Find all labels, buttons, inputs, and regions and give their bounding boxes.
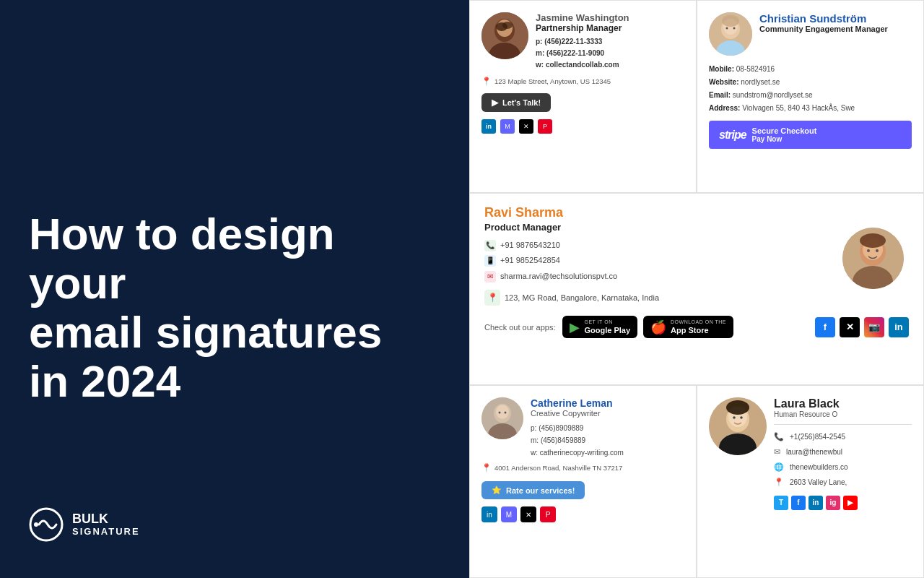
svg-point-14	[733, 27, 736, 30]
apple-icon: 🍎	[650, 319, 666, 335]
card-jasmine: Jasmine Washington Partnership Manager p…	[469, 0, 697, 193]
christian-name: Christian Sundström	[759, 12, 888, 25]
jasmine-socials: in M ✕ P	[481, 119, 684, 134]
svg-point-7	[502, 22, 513, 29]
x-icon[interactable]: ✕	[520, 506, 536, 522]
card-ravi: Ravi Sharma Product Manager 📞 +91 987654…	[469, 193, 924, 386]
left-panel: How to design your email signatures in 2…	[0, 0, 469, 578]
avatar-ravi	[842, 228, 904, 289]
youtube-icon[interactable]: ▶	[843, 496, 858, 510]
linkedin-icon[interactable]: in	[889, 317, 909, 337]
svg-point-27	[505, 412, 507, 414]
avatar-jasmine	[481, 12, 528, 59]
bulk-signature-icon	[29, 507, 64, 542]
ravi-social: f ✕ 📷 in	[815, 317, 909, 337]
catherine-name: Catherine Leman	[531, 397, 624, 409]
mobile-icon: 📱	[484, 255, 496, 267]
ravi-name: Ravi Sharma	[484, 205, 825, 220]
ravi-contact: 📞 +91 9876543210 📱 +91 9852542854 ✉ shar…	[484, 238, 825, 284]
svg-point-25	[496, 405, 509, 419]
linkedin-icon[interactable]: in	[481, 506, 497, 522]
logo-area: BULK SIGNATURE	[29, 507, 440, 542]
laura-socials: T f in ig ▶	[774, 496, 912, 510]
page-title: How to design your email signatures in 2…	[29, 210, 440, 407]
svg-point-21	[876, 249, 879, 252]
hero-text: How to design your email signatures in 2…	[29, 123, 440, 407]
email-icon: ✉	[484, 271, 496, 282]
card-laura: Laura Black Human Resource O 📞 +1(256)85…	[697, 385, 924, 578]
svg-point-1	[34, 522, 38, 527]
avatar-christian	[709, 12, 752, 56]
catherine-rate-button[interactable]: ⭐ Rate our services!	[481, 481, 585, 499]
mastodon-icon[interactable]: M	[500, 119, 515, 134]
stripe-button[interactable]: stripe Secure Checkout Pay Now	[709, 121, 912, 149]
svg-point-12	[722, 15, 739, 27]
mastodon-icon[interactable]: M	[501, 506, 517, 522]
catherine-contact: p: (456)8909889 m: (456)8459889 w: cathe…	[531, 422, 624, 459]
catherine-title: Creative Copywriter	[531, 409, 624, 418]
web-icon: 🌐	[774, 460, 784, 475]
ravi-address: 📍 123, MG Road, Bangalore, Karnataka, In…	[484, 290, 825, 306]
facebook-icon[interactable]: f	[791, 496, 806, 510]
ravi-title: Product Manager	[484, 222, 825, 233]
twitter-icon[interactable]: T	[774, 496, 788, 510]
x-icon[interactable]: ✕	[840, 317, 860, 337]
laura-title: Human Resource O	[774, 410, 912, 418]
stripe-text: Secure Checkout Pay Now	[752, 126, 817, 143]
stripe-logo: stripe	[719, 129, 746, 142]
catherine-address: 📍 4001 Anderson Road, Nashville TN 37217	[481, 463, 684, 473]
address-icon: 📍	[774, 475, 784, 490]
jasmine-name: Jasmine Washington	[536, 12, 684, 23]
google-play-icon: ▶	[570, 319, 580, 335]
laura-contact: 📞 +1(256)854-2545 ✉ laura@thenewbul 🌐 th…	[774, 429, 912, 490]
svg-point-32	[726, 400, 749, 415]
jasmine-address: 📍 123 Maple Street, Anytown, US 12345	[481, 77, 684, 86]
jasmine-cta-button[interactable]: ▶ Let's Talk!	[481, 93, 551, 112]
svg-point-34	[740, 417, 743, 420]
instagram-icon[interactable]: ig	[826, 496, 840, 510]
google-play-badge[interactable]: ▶ GET IT ON Google Play	[562, 316, 637, 338]
address-icon: 📍	[484, 290, 500, 306]
facebook-icon[interactable]: f	[815, 317, 835, 337]
card-christian: Christian Sundström Community Engagement…	[697, 0, 924, 193]
ravi-apps: ▶ GET IT ON Google Play 🍎 Download on th…	[562, 316, 733, 338]
svg-point-19	[860, 233, 886, 248]
pinterest-icon[interactable]: P	[540, 506, 556, 522]
jasmine-title: Partnership Manager	[536, 23, 684, 33]
linkedin-icon[interactable]: in	[808, 496, 823, 510]
pinterest-icon[interactable]: P	[538, 119, 552, 134]
phone-icon: 📞	[774, 429, 784, 444]
card-catherine: Catherine Leman Creative Copywriter p: (…	[469, 385, 697, 578]
svg-point-33	[733, 417, 736, 420]
christian-contact: Mobile: 08-5824916 Website: nordlyset.se…	[709, 63, 912, 115]
app-store-badge[interactable]: 🍎 Download on the App Store	[643, 316, 733, 338]
christian-title: Community Engagement Manager	[759, 25, 888, 33]
svg-point-13	[726, 27, 728, 30]
email-icon: ✉	[774, 444, 780, 460]
apps-label: Check out our apps:	[484, 323, 555, 332]
phone-icon: 📞	[484, 240, 496, 251]
laura-name: Laura Black	[774, 397, 912, 410]
catherine-socials: in M ✕ P	[481, 506, 684, 522]
instagram-icon[interactable]: 📷	[864, 317, 884, 337]
svg-point-26	[499, 412, 501, 414]
avatar-catherine	[481, 397, 523, 439]
laura-divider	[774, 424, 912, 425]
x-icon[interactable]: ✕	[519, 119, 533, 134]
avatar-laura	[709, 397, 767, 455]
logo-text: BULK SIGNATURE	[72, 512, 140, 538]
jasmine-contact: p: (456)222-11-3333 m: (456)222-11-9090 …	[536, 36, 684, 71]
svg-point-20	[867, 249, 870, 252]
linkedin-icon[interactable]: in	[481, 119, 496, 134]
right-panel: Jasmine Washington Partnership Manager p…	[469, 0, 924, 578]
